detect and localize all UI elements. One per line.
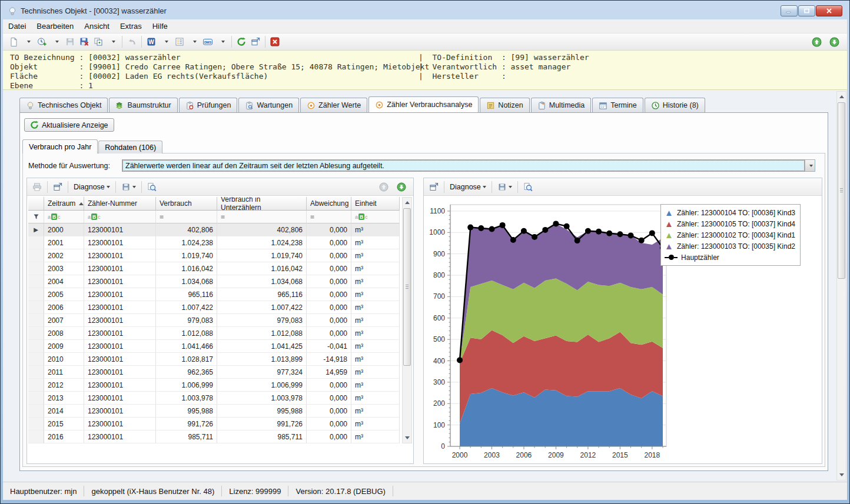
new-document-button[interactable] <box>6 35 21 49</box>
report-list-dropdown[interactable] <box>187 35 201 49</box>
print-button-disabled[interactable] <box>29 180 45 194</box>
table-cell[interactable]: 0,000 <box>307 249 351 262</box>
row-indicator-cell[interactable] <box>28 327 44 340</box>
navigate-down-button[interactable] <box>827 35 841 49</box>
table-cell[interactable]: 0,000 <box>307 418 351 430</box>
menu-item-ansicht[interactable]: Ansicht <box>79 20 115 32</box>
table-cell[interactable]: 2014 <box>44 405 84 418</box>
table-row[interactable]: 2007123000101979,083979,0830,000m³ <box>28 314 400 327</box>
copy-object-button[interactable] <box>91 35 105 49</box>
tab-historie-8-[interactable]: Historie (8) <box>645 98 705 112</box>
table-cell[interactable]: m³ <box>351 262 400 275</box>
chart-search-button[interactable] <box>520 180 536 194</box>
tab-notizen[interactable]: Notizen <box>480 98 529 112</box>
row-indicator-cell[interactable] <box>28 249 44 262</box>
table-cell[interactable]: m³ <box>351 236 400 249</box>
table-row[interactable]: 20101230001011.028,8171.013,899-14,918m³ <box>28 353 400 366</box>
table-row[interactable]: 20031230001011.016,0421.016,0420,000m³ <box>28 262 400 275</box>
table-cell[interactable]: 1.034,068 <box>217 275 307 288</box>
minimize-button[interactable] <box>781 5 798 16</box>
table-cell[interactable]: 1.003,978 <box>217 392 307 405</box>
table-cell[interactable]: m³ <box>351 223 400 236</box>
table-cell[interactable]: 0,000 <box>307 288 351 301</box>
row-indicator-cell[interactable] <box>28 340 44 353</box>
table-cell[interactable]: m³ <box>351 379 400 392</box>
table-cell[interactable]: 1.024,238 <box>217 236 307 249</box>
filter-cell[interactable]: = <box>156 211 217 223</box>
table-cell[interactable]: 123000101 <box>84 340 156 353</box>
column-header-zeitraum[interactable]: Zeitraum <box>44 197 84 211</box>
table-cell[interactable]: 123000101 <box>84 236 156 249</box>
table-cell[interactable]: 2012 <box>44 379 84 392</box>
refresh-button[interactable] <box>234 35 248 49</box>
table-cell[interactable]: 1.012,088 <box>217 327 307 340</box>
scrollbar-thumb[interactable] <box>403 208 411 366</box>
table-cell[interactable]: m³ <box>351 366 400 379</box>
new-document-dropdown[interactable] <box>21 35 35 49</box>
tab-pr-fungen[interactable]: Prüfungen <box>179 98 238 112</box>
table-cell[interactable]: 1.034,068 <box>156 275 217 288</box>
menu-item-extras[interactable]: Extras <box>115 20 147 32</box>
table-cell[interactable]: 2003 <box>44 262 84 275</box>
open-window-button[interactable] <box>248 35 263 49</box>
table-cell[interactable]: m³ <box>351 314 400 327</box>
table-cell[interactable]: 0,000 <box>307 236 351 249</box>
table-cell[interactable]: 1.028,817 <box>156 353 217 366</box>
table-cell[interactable]: 402,806 <box>217 223 307 236</box>
table-cell[interactable]: 0,000 <box>307 392 351 405</box>
table-cell[interactable]: 1.003,978 <box>156 392 217 405</box>
row-indicator-cell[interactable] <box>28 430 44 443</box>
menu-item-datei[interactable]: Datei <box>3 20 31 32</box>
column-header-verbrauch-in-unterz-hlern[interactable]: Verbrauch in Unterzählern <box>217 197 307 211</box>
row-indicator-cell[interactable] <box>28 236 44 249</box>
table-next-button[interactable] <box>394 180 409 194</box>
table-cell[interactable]: 985,711 <box>156 430 217 443</box>
table-cell[interactable]: 123000101 <box>84 366 156 379</box>
table-cell[interactable]: 123000101 <box>84 379 156 392</box>
tab-baumstruktur[interactable]: Baumstruktur <box>109 98 177 112</box>
save-close-button[interactable] <box>77 35 91 49</box>
table-cell[interactable]: 123000101 <box>84 392 156 405</box>
table-row[interactable]: 2011123000101962,365977,32414,959m³ <box>28 366 400 379</box>
table-cell[interactable]: 123000101 <box>84 301 156 314</box>
table-cell[interactable]: 0,000 <box>307 314 351 327</box>
scroll-up-icon[interactable] <box>838 92 845 101</box>
filter-cell[interactable]: = <box>307 211 351 223</box>
table-cell[interactable]: 123000101 <box>84 314 156 327</box>
row-indicator-cell[interactable] <box>28 379 44 392</box>
table-cell[interactable]: 1.016,042 <box>217 262 307 275</box>
save-button-disabled[interactable] <box>63 35 77 49</box>
table-cell[interactable]: 0,000 <box>307 379 351 392</box>
row-indicator-cell[interactable] <box>28 275 44 288</box>
table-cell[interactable]: 1.019,740 <box>156 249 217 262</box>
scroll-down-icon[interactable] <box>838 470 845 479</box>
row-indicator-cell[interactable] <box>28 314 44 327</box>
table-cell[interactable]: 1.007,422 <box>217 301 307 314</box>
table-prev-button-disabled[interactable] <box>377 180 391 194</box>
table-cell[interactable]: 0,000 <box>307 430 351 443</box>
table-cell[interactable]: m³ <box>351 327 400 340</box>
tab-termine[interactable]: Termine <box>592 98 643 112</box>
table-cell[interactable]: 979,083 <box>217 314 307 327</box>
table-cell[interactable]: 123000101 <box>84 262 156 275</box>
refresh-display-button[interactable]: Aktualisiere Anzeige <box>24 118 114 132</box>
table-cell[interactable]: m³ <box>351 405 400 418</box>
table-cell[interactable]: m³ <box>351 249 400 262</box>
table-row[interactable]: 2014123000101995,988995,9880,000m³ <box>28 405 400 418</box>
row-indicator-cell[interactable] <box>28 353 44 366</box>
table-cell[interactable]: 2015 <box>44 418 84 430</box>
table-cell[interactable]: 977,324 <box>217 366 307 379</box>
table-cell[interactable]: 1.041,466 <box>156 340 217 353</box>
table-row[interactable]: 20021230001011.019,7401.019,7400,000m³ <box>28 249 400 262</box>
table-cell[interactable]: m³ <box>351 430 400 443</box>
table-row[interactable]: 20041230001011.034,0681.034,0680,000m³ <box>28 275 400 288</box>
table-cell[interactable]: 123000101 <box>84 418 156 430</box>
method-combobox[interactable]: Zählerwerte werden linear auf den Zeitra… <box>122 159 815 172</box>
table-cell[interactable]: 1.041,425 <box>217 340 307 353</box>
table-row[interactable]: 20081230001011.012,0881.012,0880,000m³ <box>28 327 400 340</box>
tab-technisches-objekt[interactable]: Technisches Objekt <box>19 98 108 112</box>
row-indicator-cell[interactable] <box>28 392 44 405</box>
tab-wartungen[interactable]: Wartungen <box>238 98 299 112</box>
table-cell[interactable]: 123000101 <box>84 249 156 262</box>
table-cell[interactable]: 123000101 <box>84 430 156 443</box>
